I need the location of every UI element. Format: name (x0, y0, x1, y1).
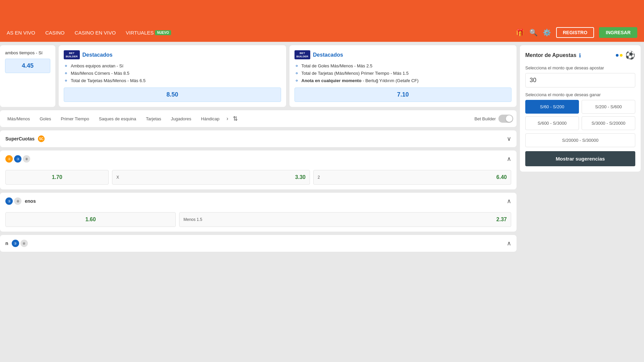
card-item-text: Total de Goles Más/Menos - Más 2.5 (302, 63, 373, 68)
circular-icons: ③ ⑧ (5, 197, 21, 205)
partial-card-text: ambos tiempos - Sí (5, 50, 50, 55)
menos-odds-row: 1.60 Menos 1.5 2.37 (0, 209, 517, 232)
mentor-header-left: Mentor de Apuestas ℹ (525, 52, 581, 59)
chevron-up-icon[interactable]: ∧ (507, 240, 511, 247)
card-item-text: Total de Tarjetas Más/Menos - Más 6.5 (71, 78, 146, 83)
bullet-icon: ⚬ (64, 71, 68, 76)
partial-card-odds[interactable]: 4.45 (5, 59, 50, 73)
chevron-up-icon[interactable]: ∧ (507, 197, 511, 205)
card-item: ⚬ Anota en cualquier momento - Bertuğ Yı… (294, 78, 512, 83)
super-cuotas-title: SuperCuotas (5, 136, 35, 141)
card-item: ⚬ Ambos equipos anotan - Sí (64, 63, 281, 69)
amount-grid: S/60 - S/200 S/200 - S/600 S/600 - S/300… (525, 100, 635, 130)
card-title-2: Destacados (313, 52, 343, 58)
nav-item-apuestas[interactable]: AS EN VIVO (7, 30, 35, 36)
mentor-amount-input[interactable] (525, 73, 635, 87)
odds-btn-2[interactable]: 2 6.40 (313, 170, 511, 185)
gift-icon[interactable]: 🎁 (516, 28, 524, 37)
nav-item-virtuales[interactable]: VIRTUALES NUEVO (126, 30, 171, 36)
circular-icons: ② ③ ⑧ (5, 155, 30, 163)
amount-btn-3000-20000[interactable]: S/3000 - S/20000 (582, 116, 635, 130)
menos-section-header[interactable]: ③ ⑧ enos ∧ (0, 193, 517, 209)
card-title-1: Destacados (83, 52, 113, 58)
section-header-left: ③ ⑧ enos (5, 197, 36, 205)
top-header (0, 0, 644, 23)
odds-value: 1.60 (85, 217, 96, 222)
info-icon[interactable]: ℹ (579, 52, 581, 59)
circular-icons: ③ ⑧ (12, 240, 28, 247)
mentor-label-monto: Selecciona el monto que deseas apostar (525, 65, 635, 70)
team-icon-2: ③ (14, 155, 21, 163)
search-icon[interactable]: 🔍 (529, 28, 538, 37)
nav-items: AS EN VIVO CASINO CASINO EN VIVO VIRTUAL… (7, 30, 516, 36)
card-odds-button-1[interactable]: 8.50 (64, 87, 281, 102)
super-cuotas-header[interactable]: SuperCuotas SC ∨ (0, 130, 517, 147)
tab-handicap[interactable]: Hándicap (197, 114, 223, 124)
card-item: ⚬ Total de Tarjetas (Más/Menos) Primer T… (294, 71, 512, 76)
amount-btn-20000-30000[interactable]: S/20000 - S/30000 (525, 133, 635, 147)
bullet-icon: ⚬ (64, 78, 68, 83)
card-item: ⚬ Total de Goles Más/Menos - Más 2.5 (294, 63, 512, 69)
nav-badge-nuevo: NUEVO (155, 30, 171, 35)
odds-btn-x[interactable]: X 3.30 (112, 170, 310, 185)
bet-builder-toggle[interactable] (498, 115, 513, 123)
tab-saques[interactable]: Saques de esquina (95, 114, 140, 124)
nav-item-virtuales-label[interactable]: VIRTUALES (126, 30, 154, 36)
amount-btn-200-600[interactable]: S/200 - S/600 (582, 100, 635, 114)
nav-item-casino-en-vivo[interactable]: CASINO EN VIVO (75, 30, 116, 36)
menos-section: ③ ⑧ enos ∧ 1.60 Menos 1.5 2.37 (0, 193, 517, 232)
amount-btn-60-200[interactable]: S/60 - S/200 (525, 100, 579, 114)
menos-title: enos (25, 198, 36, 204)
amount-btn-600-3000[interactable]: S/600 - S/3000 (525, 116, 579, 130)
bullet-icon: ⚬ (294, 71, 299, 76)
odds-btn-1-60[interactable]: 1.60 (5, 212, 176, 227)
chevron-up-icon[interactable]: ∧ (507, 155, 511, 163)
chevron-right-icon[interactable]: › (225, 114, 229, 123)
mentor-header: Mentor de Apuestas ℹ ⚽ (525, 51, 635, 60)
odds-section-1: ② ③ ⑧ ∧ 1.70 X 3.30 2 6.40 (0, 150, 517, 189)
nav-bar: AS EN VIVO CASINO CASINO EN VIVO VIRTUAL… (0, 23, 644, 42)
odds-btn-1-70[interactable]: 1.70 (5, 170, 109, 185)
mentor-panel: Mentor de Apuestas ℹ ⚽ Selecciona el mon… (520, 45, 641, 172)
settings-icon[interactable]: ⚙️ (543, 28, 551, 37)
card-items-2: ⚬ Total de Goles Más/Menos - Más 2.5 ⚬ T… (294, 63, 512, 83)
team-icon-2: ⑧ (14, 197, 21, 205)
tab-mas-menos[interactable]: Más/Menos (3, 114, 34, 124)
nav-right: 🎁 🔍 ⚙️ REGISTRO INGRESAR (516, 27, 637, 38)
dot-blue (616, 54, 619, 57)
card-item-text: Más/Menos Córners - Más 8.5 (71, 71, 129, 76)
odds-btn-menos[interactable]: Menos 1.5 2.37 (179, 212, 511, 227)
tab-jugadores[interactable]: Jugadores (167, 114, 196, 124)
odds-label: 2 (318, 175, 320, 180)
mentor-dots (616, 54, 623, 57)
bet-area: ambos tiempos - Sí 4.45 BET BUILDER Dest… (0, 45, 517, 252)
bet-builder-logo-2: BET BUILDER (294, 50, 311, 59)
chevron-down-icon[interactable]: ∨ (507, 135, 511, 142)
tab-goles[interactable]: Goles (36, 114, 55, 124)
registro-button[interactable]: REGISTRO (556, 27, 594, 38)
bet-builder-logo-1: BET BUILDER (64, 50, 80, 59)
card-item-text: Ambos equipos anotan - Sí (71, 63, 123, 68)
sort-icon[interactable]: ⇅ (231, 114, 239, 124)
bet-builder-card-1: BET BUILDER Destacados ⚬ Ambos equipos a… (59, 45, 286, 107)
team-icon-3: ⑧ (23, 155, 30, 163)
ingresar-button[interactable]: INGRESAR (599, 27, 637, 38)
tab-primer-tiempo[interactable]: Primer Tiempo (57, 114, 93, 124)
main-content: ambos tiempos - Sí 4.45 BET BUILDER Dest… (0, 42, 644, 255)
card-header-2: BET BUILDER Destacados (294, 50, 512, 59)
card-odds-button-2[interactable]: 7.10 (294, 87, 512, 102)
dot-yellow (620, 54, 623, 57)
odds-label: Menos 1.5 (183, 217, 202, 222)
card-header-1: BET BUILDER Destacados (64, 50, 281, 59)
card-item: ⚬ Más/Menos Córners - Más 8.5 (64, 71, 281, 76)
bullet-icon: ⚬ (294, 63, 299, 69)
nav-item-casino[interactable]: CASINO (45, 30, 65, 36)
bottom-section-title: n (5, 241, 8, 246)
odds-value: 1.70 (52, 174, 62, 180)
odds-section-1-header[interactable]: ② ③ ⑧ ∧ (0, 150, 517, 167)
odds-row-1: 1.70 X 3.30 2 6.40 (0, 167, 517, 189)
tab-tarjetas[interactable]: Tarjetas (142, 114, 165, 124)
mostrar-sugerencias-button[interactable]: Mostrar sugerencias (525, 151, 635, 166)
bottom-section-header[interactable]: n ③ ⑧ ∧ (0, 235, 517, 252)
odds-value: 6.40 (496, 174, 507, 180)
